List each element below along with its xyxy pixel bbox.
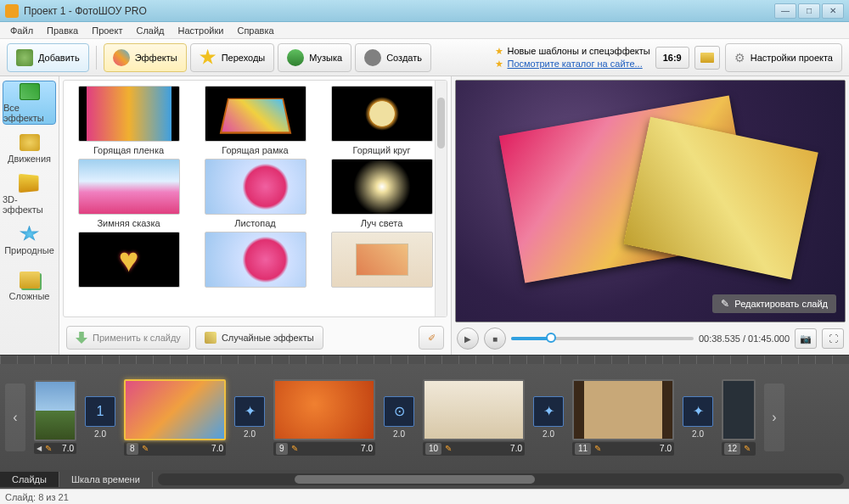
edit-slide-label: Редактировать слайд — [734, 299, 828, 309]
timeline-slide[interactable]: 8✎7.0 — [124, 379, 226, 456]
menu-settings[interactable]: Настройки — [171, 24, 231, 37]
timeline-transition[interactable]: ⊙2.0 — [384, 396, 414, 439]
fullscreen-button[interactable]: ⛶ — [822, 328, 844, 349]
time-total: 01:45.000 — [748, 333, 790, 344]
menu-project[interactable]: Проект — [85, 24, 129, 37]
timeline-slide[interactable]: 9✎7.0 — [273, 379, 375, 456]
window-title: Проект 1 - ФотоШОУ PRO — [24, 5, 774, 17]
timeline-transition[interactable]: 12.0 — [85, 396, 115, 439]
timeline-ruler — [0, 356, 849, 364]
theme-button[interactable] — [694, 46, 720, 70]
timeline-hscroll-thumb[interactable] — [295, 475, 535, 484]
snapshot-button[interactable]: 📷 — [795, 328, 817, 349]
theme-icon — [700, 53, 714, 63]
tab-slides[interactable]: Слайды — [0, 472, 59, 487]
play-button[interactable]: ▶ — [457, 328, 479, 350]
effect-item[interactable]: Луч света — [322, 159, 441, 228]
music-tab[interactable]: Музыка — [278, 43, 351, 72]
effect-thumbnail — [78, 232, 180, 288]
timeline: ‹ ◀✎7.012.08✎7.0✦2.09✎7.0⊙2.010✎7.0✦2.01… — [0, 355, 849, 489]
timeline-transition[interactable]: ✦2.0 — [683, 396, 713, 439]
edit-slide-button[interactable]: Редактировать слайд — [712, 294, 836, 313]
effect-item[interactable]: Зимняя сказка — [69, 159, 188, 228]
layers-icon — [20, 272, 40, 288]
add-button[interactable]: Добавить — [7, 43, 89, 72]
transition-thumbnail: ⊙ — [384, 396, 414, 427]
transition-duration: 2.0 — [543, 429, 554, 439]
category-nature[interactable]: Природные — [3, 218, 56, 262]
promo-link[interactable]: Посмотрите каталог на сайте... — [507, 59, 642, 69]
timeline-slide[interactable]: ◀✎7.0 — [34, 380, 76, 454]
slide-thumbnail — [273, 379, 375, 440]
slide-tri-icon: ◀ — [37, 445, 42, 452]
aspect-ratio-button[interactable]: 16:9 — [655, 47, 689, 69]
slide-info-bar: 11✎7.0 — [572, 442, 674, 456]
effect-item[interactable]: Горящая пленка — [69, 86, 188, 155]
effect-thumbnail — [205, 159, 306, 215]
effect-label: Луч света — [361, 218, 403, 228]
timeline-prev-button[interactable]: ‹ — [5, 384, 25, 451]
menu-help[interactable]: Справка — [230, 24, 280, 37]
create-label: Создать — [386, 53, 422, 63]
effect-item[interactable]: Горящая рамка — [195, 86, 315, 155]
music-icon — [287, 49, 304, 66]
slide-thumbnail — [572, 379, 674, 440]
timeline-transition[interactable]: ✦2.0 — [533, 396, 564, 439]
menu-file[interactable]: Файл — [3, 24, 40, 37]
slide-info-bar: ◀✎7.0 — [34, 443, 76, 454]
effect-thumbnail — [331, 86, 433, 142]
effects-scrollbar[interactable] — [435, 81, 447, 316]
close-button[interactable]: ✕ — [822, 3, 844, 19]
timeline-slide[interactable]: 11✎7.0 — [572, 379, 674, 456]
effect-item[interactable] — [322, 232, 441, 288]
stop-button[interactable]: ■ — [484, 328, 506, 350]
category-all[interactable]: Все эффекты — [3, 81, 56, 125]
snowflake-icon — [20, 226, 40, 243]
gear-icon: ⚙ — [734, 51, 745, 64]
add-icon — [16, 49, 33, 66]
timeline-next-button[interactable]: › — [764, 384, 784, 451]
pencil-icon: ✎ — [445, 444, 452, 453]
star-icon: ★ — [495, 46, 503, 57]
effect-thumbnail — [205, 86, 306, 142]
seek-track[interactable] — [511, 337, 694, 340]
promo-text: Новые шаблоны и спецэффекты — [507, 46, 649, 56]
category-3d[interactable]: 3D-эффекты — [3, 172, 56, 216]
transitions-tab[interactable]: Переходы — [190, 43, 275, 72]
project-settings-button[interactable]: ⚙ Настройки проекта — [725, 43, 842, 72]
scrollbar-thumb[interactable] — [437, 98, 445, 148]
apply-to-slide-button[interactable]: Применить к слайду — [66, 326, 190, 350]
transition-duration: 2.0 — [692, 429, 704, 439]
effect-item[interactable] — [69, 232, 188, 288]
settings-label: Настройки проекта — [751, 53, 833, 63]
category-label: Движения — [8, 154, 51, 164]
minimize-button[interactable]: — — [774, 3, 796, 19]
menu-edit[interactable]: Правка — [40, 24, 85, 37]
effect-item[interactable]: Горящий круг — [322, 86, 441, 155]
effect-label: Горящая рамка — [222, 145, 288, 155]
create-tab[interactable]: Создать — [355, 43, 431, 72]
category-label: Все эффекты — [3, 103, 55, 123]
effect-item[interactable] — [195, 232, 315, 288]
random-effects-button[interactable]: Случайные эффекты — [195, 326, 323, 350]
timeline-transition[interactable]: ✦2.0 — [234, 396, 265, 439]
effect-item[interactable]: Листопад — [195, 159, 315, 228]
preview-viewport: Редактировать слайд — [455, 80, 846, 322]
slide-number: 8 — [127, 443, 138, 455]
seek-handle[interactable] — [546, 333, 556, 343]
transition-duration: 2.0 — [393, 429, 405, 439]
wand-icon — [205, 332, 216, 344]
tab-timeline[interactable]: Шкала времени — [59, 472, 153, 487]
create-icon — [364, 49, 381, 66]
timeline-slide[interactable]: 10✎7.0 — [423, 379, 525, 456]
arrows-icon — [20, 134, 40, 151]
brush-button[interactable]: ✐ — [419, 326, 444, 350]
category-complex[interactable]: Сложные — [3, 264, 56, 308]
timeline-slide[interactable]: 12✎ — [722, 379, 756, 456]
menu-slide[interactable]: Слайд — [129, 24, 171, 37]
maximize-button[interactable]: □ — [798, 3, 820, 19]
timeline-hscrollbar[interactable] — [158, 473, 844, 485]
effects-tab[interactable]: Эффекты — [104, 43, 187, 72]
category-movements[interactable]: Движения — [3, 126, 56, 171]
transition-thumbnail: ✦ — [533, 396, 564, 427]
